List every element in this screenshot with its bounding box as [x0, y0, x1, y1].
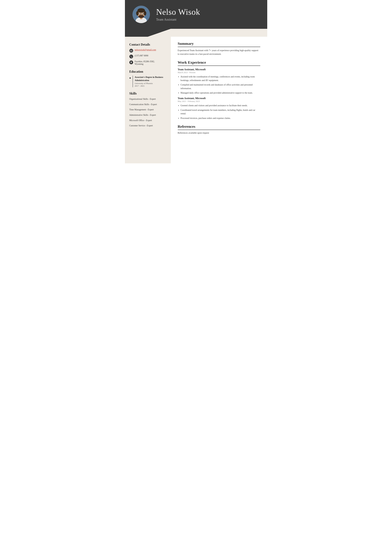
list-item: Coordinated travel arrangements for team… — [181, 109, 260, 116]
email-icon — [129, 49, 133, 52]
skill-item: Administrative Skills - Expert — [129, 114, 166, 117]
job-2: Team Assistant, Microsoft May 2021 - Feb… — [178, 97, 260, 120]
job-2-title: Team Assistant, Microsoft — [178, 97, 260, 100]
contact-phone-item: (137) 887 0090 — [129, 54, 166, 58]
summary-section: Summary Experienced Team Assistant with … — [178, 42, 260, 56]
svg-point-10 — [139, 14, 140, 14]
references-section: References References available upon req… — [178, 124, 260, 134]
svg-point-6 — [144, 11, 146, 15]
contact-email-item: nelsowisok@gmail.com — [129, 49, 166, 52]
skill-item: Communication Skills - Expert — [129, 103, 166, 106]
main-content: Summary Experienced Team Assistant with … — [171, 37, 267, 163]
header: Nelso Wisok Team Assistant — [125, 0, 267, 29]
svg-point-4 — [137, 8, 145, 13]
address-value: Fayshire, 05280-3582,Wyoming — [135, 60, 155, 65]
contact-section-title: Contact Details — [129, 43, 166, 46]
references-title: References — [178, 124, 260, 130]
job-2-bullets: Greeted clients and visitors and provide… — [181, 104, 260, 120]
candidate-title: Team Assistant — [156, 18, 200, 21]
skill-item: Organizational Skills - Expert — [129, 97, 166, 101]
education-item: ● Associate's Degree in Business Adminis… — [129, 76, 166, 87]
skill-item: Microsoft Office - Expert — [129, 119, 166, 122]
contact-section: Contact Details nelsowisok@gmail.com (13… — [129, 43, 166, 65]
avatar — [133, 6, 150, 23]
summary-title: Summary — [178, 42, 260, 47]
body-layout: Contact Details nelsowisok@gmail.com (13… — [125, 37, 267, 163]
edu-bullet-icon: ● — [129, 76, 131, 87]
svg-point-5 — [136, 11, 139, 15]
edu-years: 2017 - 2021 — [135, 85, 166, 87]
job-1-bullets: Assisted with the coordination of meetin… — [181, 75, 260, 95]
email-value[interactable]: nelsowisok@gmail.com — [135, 49, 156, 51]
job-1-dates: March 2023 - Present — [178, 71, 260, 74]
skill-item: Time Management - Expert — [129, 108, 166, 111]
edu-details: Associate's Degree in Business Administr… — [133, 76, 166, 87]
candidate-name: Nelso Wisok — [156, 7, 200, 16]
education-section: Education ● Associate's Degree in Busine… — [129, 70, 166, 87]
svg-point-23 — [131, 62, 131, 62]
skill-item: Customer Service - Expert — [129, 124, 166, 127]
edu-school: University of Phoenix — [135, 82, 166, 85]
work-experience-section: Work Experience Team Assistant, Microsof… — [178, 60, 260, 120]
job-1: Team Assistant, Microsoft March 2023 - P… — [178, 68, 260, 95]
skills-section: Skills Organizational Skills - Expert Co… — [129, 92, 166, 127]
work-title: Work Experience — [178, 60, 260, 66]
references-text: References available upon request — [178, 131, 260, 134]
job-2-dates: May 2021 - February 2023 — [178, 100, 260, 102]
contact-address-item: Fayshire, 05280-3582,Wyoming — [129, 60, 166, 65]
list-item: Greeted clients and visitors and provide… — [181, 104, 260, 107]
phone-value: (137) 887 0090 — [135, 54, 148, 57]
svg-point-18 — [140, 15, 143, 17]
list-item: Compiled and maintained records and data… — [181, 83, 260, 90]
phone-icon — [129, 55, 133, 58]
header-text: Nelso Wisok Team Assistant — [156, 7, 200, 21]
list-item: Processed invoices, purchase orders and … — [181, 117, 260, 120]
location-icon — [129, 60, 133, 64]
education-section-title: Education — [129, 70, 166, 73]
chevron-divider — [125, 29, 267, 37]
edu-degree: Associate's Degree in Business Administr… — [135, 76, 166, 82]
sidebar: Contact Details nelsowisok@gmail.com (13… — [125, 37, 171, 163]
summary-text: Experienced Team Assistant with 7+ years… — [178, 49, 260, 56]
list-item: Assisted with the coordination of meetin… — [181, 75, 260, 82]
svg-point-11 — [142, 14, 143, 14]
job-1-title: Team Assistant, Microsoft — [178, 68, 260, 71]
skills-section-title: Skills — [129, 92, 166, 95]
list-item: Managed daily office operations and prov… — [181, 91, 260, 95]
